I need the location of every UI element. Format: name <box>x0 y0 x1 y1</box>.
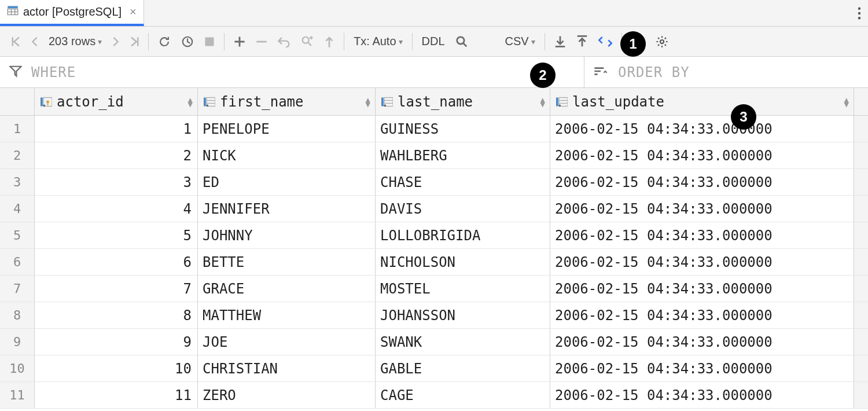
cell-last-name[interactable]: MOSTEL <box>376 276 550 302</box>
delete-row-button[interactable] <box>256 36 267 47</box>
tab-actor[interactable]: actor [PostgreSQL] × <box>0 0 144 26</box>
cell-actor-id[interactable]: 2 <box>35 142 198 168</box>
cell-first-name[interactable]: JOE <box>198 329 376 355</box>
cell-first-name[interactable]: GRACE <box>198 276 376 302</box>
where-placeholder: WHERE <box>31 64 76 80</box>
revert-button[interactable] <box>278 36 290 47</box>
ddl-button[interactable]: DDL <box>422 35 445 48</box>
cell-actor-id[interactable]: 10 <box>35 355 198 381</box>
cell-first-name[interactable]: ED <box>198 169 376 195</box>
svg-point-7 <box>858 17 860 19</box>
add-row-button[interactable] <box>234 36 245 47</box>
scrollbar-gutter <box>854 196 868 222</box>
stop-button[interactable] <box>204 36 215 47</box>
cell-first-name[interactable]: JOHNNY <box>198 222 376 248</box>
column-header-first-name[interactable]: first_name ▲▼ <box>198 88 376 115</box>
cell-last-update[interactable]: 2006-02-15 04:34:33.000000 <box>550 116 854 142</box>
cell-last-update[interactable]: 2006-02-15 04:34:33.000000 <box>550 329 854 355</box>
cell-last-name[interactable]: JOHANSSON <box>376 302 550 328</box>
table-row[interactable]: 33EDCHASE2006-02-15 04:34:33.000000 <box>0 169 868 196</box>
cell-last-name[interactable]: SWANK <box>376 329 550 355</box>
svg-rect-23 <box>381 97 384 106</box>
orderby-filter[interactable]: ORDER BY <box>584 57 868 87</box>
table-row[interactable]: 22NICKWAHLBERG2006-02-15 04:34:33.000000 <box>0 142 868 169</box>
cell-last-update[interactable]: 2006-02-15 04:34:33.000000 <box>550 222 854 248</box>
cell-first-name[interactable]: ZERO <box>198 382 376 408</box>
cell-actor-id[interactable]: 4 <box>35 196 198 222</box>
cell-first-name[interactable]: NICK <box>198 142 376 168</box>
cell-actor-id[interactable]: 5 <box>35 222 198 248</box>
data-grid: actor_id ▲▼ first_name ▲▼ last_name ▲▼ l… <box>0 88 868 409</box>
table-row[interactable]: 77GRACEMOSTEL2006-02-15 04:34:33.000000 <box>0 276 868 302</box>
cell-last-name[interactable]: NICHOLSON <box>376 249 550 275</box>
export-format-label: CSV <box>505 35 529 48</box>
column-name: last_name <box>398 94 473 110</box>
cell-last-name[interactable]: CHASE <box>376 169 550 195</box>
submit-button[interactable] <box>324 35 334 48</box>
compare-button[interactable] <box>598 35 612 48</box>
cell-actor-id[interactable]: 1 <box>35 116 198 142</box>
search-button[interactable] <box>455 35 468 48</box>
tab-menu-button[interactable] <box>858 0 861 26</box>
cell-last-update[interactable]: 2006-02-15 04:34:33.000000 <box>550 302 854 328</box>
last-page-button[interactable] <box>130 36 139 47</box>
cell-actor-id[interactable]: 8 <box>35 302 198 328</box>
cell-first-name[interactable]: JENNIFER <box>198 196 376 222</box>
cell-last-name[interactable]: GABLE <box>376 355 550 381</box>
close-icon[interactable]: × <box>130 5 137 19</box>
cell-actor-id[interactable]: 3 <box>35 169 198 195</box>
cell-last-name[interactable]: DAVIS <box>376 196 550 222</box>
preview-changes-button[interactable] <box>301 35 314 48</box>
cell-first-name[interactable]: CHRISTIAN <box>198 355 376 381</box>
table-row[interactable]: 1010CHRISTIANGABLE2006-02-15 04:34:33.00… <box>0 355 868 382</box>
import-data-button[interactable] <box>576 35 588 48</box>
cell-actor-id[interactable]: 6 <box>35 249 198 275</box>
chevron-down-icon: ▾ <box>531 37 535 46</box>
callout-marker-2: 2 <box>530 63 556 88</box>
cell-last-name[interactable]: LOLLOBRIGIDA <box>376 222 550 248</box>
cell-first-name[interactable]: MATTHEW <box>198 302 376 328</box>
cell-last-name[interactable]: CAGE <box>376 382 550 408</box>
cell-actor-id[interactable]: 9 <box>35 329 198 355</box>
cell-first-name[interactable]: BETTE <box>198 249 376 275</box>
cell-last-update[interactable]: 2006-02-15 04:34:33.000000 <box>550 196 854 222</box>
table-row[interactable]: 66BETTENICHOLSON2006-02-15 04:34:33.0000… <box>0 249 868 276</box>
settings-button[interactable] <box>656 35 668 48</box>
export-data-button[interactable] <box>554 35 566 48</box>
row-count-dropdown[interactable]: 203 rows▾ <box>49 35 102 48</box>
first-page-button[interactable] <box>12 36 21 47</box>
scrollbar-gutter <box>854 329 868 355</box>
table-row[interactable]: 44JENNIFERDAVIS2006-02-15 04:34:33.00000… <box>0 196 868 222</box>
tx-mode-dropdown[interactable]: Tx: Auto▾ <box>354 35 402 48</box>
chevron-down-icon: ▾ <box>399 37 403 46</box>
cell-last-update[interactable]: 2006-02-15 04:34:33.000000 <box>550 382 854 408</box>
refresh-button[interactable] <box>158 35 171 48</box>
export-format-dropdown[interactable]: CSV▾ <box>505 35 535 48</box>
row-number: 5 <box>0 222 35 248</box>
rownum-header[interactable] <box>0 88 35 115</box>
cell-last-name[interactable]: GUINESS <box>376 116 550 142</box>
scrollbar-gutter <box>854 222 868 248</box>
cell-last-update[interactable]: 2006-02-15 04:34:33.000000 <box>550 169 854 195</box>
cell-first-name[interactable]: PENELOPE <box>198 116 376 142</box>
prev-page-button[interactable] <box>31 36 38 47</box>
column-header-actor-id[interactable]: actor_id ▲▼ <box>35 88 198 115</box>
column-header-last-name[interactable]: last_name ▲▼ <box>376 88 550 115</box>
cell-actor-id[interactable]: 11 <box>35 382 198 408</box>
table-row[interactable]: 88MATTHEWJOHANSSON2006-02-15 04:34:33.00… <box>0 302 868 329</box>
cell-last-update[interactable]: 2006-02-15 04:34:33.000000 <box>550 142 854 168</box>
where-filter[interactable]: WHERE <box>0 57 584 87</box>
cell-last-update[interactable]: 2006-02-15 04:34:33.000000 <box>550 249 854 275</box>
cell-last-update[interactable]: 2006-02-15 04:34:33.000000 <box>550 355 854 381</box>
refresh-auto-button[interactable] <box>181 35 194 48</box>
cell-last-name[interactable]: WAHLBERG <box>376 142 550 168</box>
next-page-button[interactable] <box>112 36 119 47</box>
table-row[interactable]: 1111ZEROCAGE2006-02-15 04:34:33.000000 <box>0 382 868 409</box>
column-header-last-update[interactable]: last_update ▲▼ <box>550 88 854 115</box>
table-row[interactable]: 55JOHNNYLOLLOBRIGIDA2006-02-15 04:34:33.… <box>0 222 868 249</box>
row-number: 1 <box>0 116 35 142</box>
filter-bar: WHERE ORDER BY <box>0 57 868 88</box>
cell-last-update[interactable]: 2006-02-15 04:34:33.000000 <box>550 276 854 302</box>
cell-actor-id[interactable]: 7 <box>35 276 198 302</box>
table-row[interactable]: 99JOESWANK2006-02-15 04:34:33.000000 <box>0 329 868 355</box>
